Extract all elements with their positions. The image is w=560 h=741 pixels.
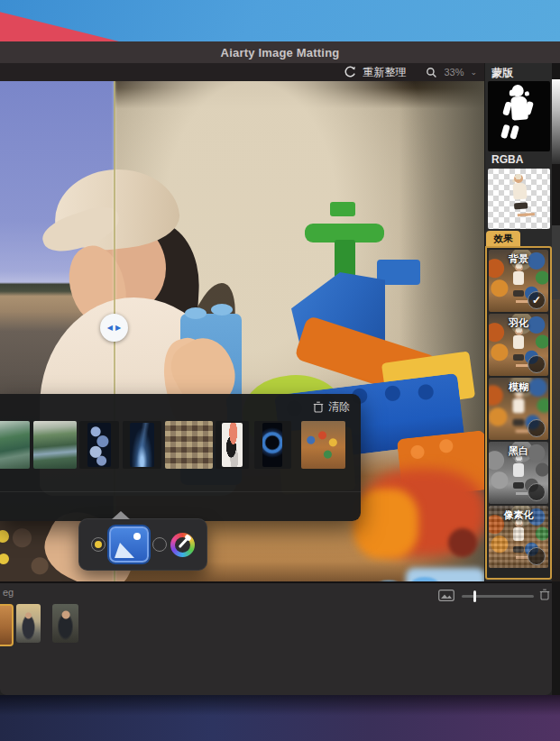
panel-divider <box>0 491 361 492</box>
filename-text: eg <box>3 587 14 598</box>
effect-select-circle[interactable] <box>528 355 546 373</box>
refresh-button[interactable]: 重新整理 <box>363 65 406 80</box>
mask-label: 蒙版 <box>491 66 513 81</box>
effect-item-feather[interactable]: 羽化 <box>489 314 548 376</box>
desktop-wallpaper-bottom <box>0 695 560 741</box>
effect-label: 羽化 <box>489 316 548 330</box>
trash-icon[interactable] <box>539 589 550 600</box>
rgba-preview[interactable] <box>488 169 550 229</box>
color-picker-wheel[interactable] <box>170 533 195 557</box>
right-panel-edge <box>552 63 560 695</box>
filmstrip-panel: eg <box>0 581 552 695</box>
zoom-level-value[interactable]: 33% <box>444 67 464 78</box>
image-fill-button[interactable] <box>109 526 149 563</box>
child-figure <box>513 398 525 413</box>
window-title: Aiarty Image Matting <box>221 46 340 59</box>
mask-preview[interactable] <box>488 81 550 151</box>
filmstrip-thumb[interactable] <box>16 604 41 643</box>
clear-label: 清除 <box>328 399 350 415</box>
lego-green-nub <box>330 202 355 216</box>
edge-block <box>552 225 560 299</box>
arrow-left-icon: ◀ <box>107 324 113 332</box>
fill-options-popover <box>78 518 207 571</box>
window-titlebar[interactable]: Aiarty Image Matting <box>0 41 560 63</box>
magnifier-icon[interactable] <box>426 67 437 78</box>
effects-tab-label: 效果 <box>494 233 513 245</box>
bg-thumbnail-collage[interactable] <box>165 421 213 469</box>
bg-thumbnail-abstract[interactable] <box>222 423 243 467</box>
effect-item-blur[interactable]: 模糊 <box>489 378 548 440</box>
bg-thumbnail-landscape-1[interactable] <box>0 421 30 469</box>
bg-thumbnail-blue-ring[interactable] <box>262 423 282 467</box>
effect-item-pixelate[interactable]: 像素化 <box>489 506 548 568</box>
toolbar: 重新整理 33% ⌄ <box>0 63 484 81</box>
effect-label: 背景 <box>489 252 548 266</box>
chevron-down-icon[interactable]: ⌄ <box>470 69 477 77</box>
refresh-icon[interactable] <box>344 66 356 78</box>
effects-tab[interactable]: 效果 <box>486 231 520 246</box>
bg-thumbnail-bokeh[interactable] <box>87 423 111 467</box>
bg-thumbnail-lego-room[interactable] <box>301 421 345 469</box>
rgba-label: RGBA <box>491 153 523 166</box>
blurred-red-stud <box>448 528 477 557</box>
effect-select-circle[interactable]: ✓ <box>528 291 546 309</box>
arrow-right-icon: ▶ <box>115 324 121 332</box>
effect-label: 黑白 <box>489 444 548 458</box>
effects-list: 背景 ✓ 羽化 模糊 黑白 像素化 <box>485 246 552 580</box>
effect-select-circle[interactable] <box>528 483 546 501</box>
slider-thumb[interactable] <box>473 590 476 602</box>
effect-label: 像素化 <box>489 508 548 522</box>
screen: Aiarty Image Matting 重新整理 33% ⌄ <box>0 0 560 741</box>
edge-block <box>552 299 560 581</box>
effect-select-circle[interactable] <box>528 419 546 437</box>
background-thumbnail-strip <box>0 421 361 469</box>
mask-silhouette <box>510 96 528 120</box>
bg-thumbnail-light-beam[interactable] <box>130 423 154 467</box>
thumbnail-size-slider[interactable] <box>462 595 534 598</box>
right-sidebar: 蒙版 RGBA 效果 背景 ✓ 羽化 模糊 <box>484 63 552 581</box>
background-chooser-panel: 清除 <box>0 394 361 521</box>
child-figure <box>513 527 524 541</box>
child-figure <box>513 335 524 349</box>
check-icon: ✓ <box>532 295 541 306</box>
effect-item-background[interactable]: 背景 ✓ <box>489 250 548 312</box>
solid-color-radio[interactable] <box>91 537 106 552</box>
filmstrip-thumb-selected[interactable] <box>0 604 14 646</box>
edge-gradient-block <box>552 79 560 164</box>
bg-thumbnail-landscape-2[interactable] <box>33 421 77 469</box>
child-figure <box>513 271 524 285</box>
effect-label: 模糊 <box>489 380 548 394</box>
compare-slider-handle[interactable]: ◀ ▶ <box>100 314 128 342</box>
effect-select-circle[interactable] <box>528 547 546 565</box>
eyedropper-icon <box>179 536 189 547</box>
no-fill-radio[interactable] <box>152 537 167 552</box>
clear-button[interactable]: 清除 <box>313 399 350 415</box>
thumbnail-size-icon <box>438 590 454 601</box>
popover-arrow <box>112 511 130 519</box>
effect-item-bw[interactable]: 黑白 <box>489 442 548 504</box>
trash-icon <box>313 401 324 413</box>
blurred-orange-shape <box>353 489 418 559</box>
filmstrip-thumb[interactable] <box>52 604 78 643</box>
child-figure <box>513 463 524 477</box>
cutout-figure <box>512 182 527 199</box>
